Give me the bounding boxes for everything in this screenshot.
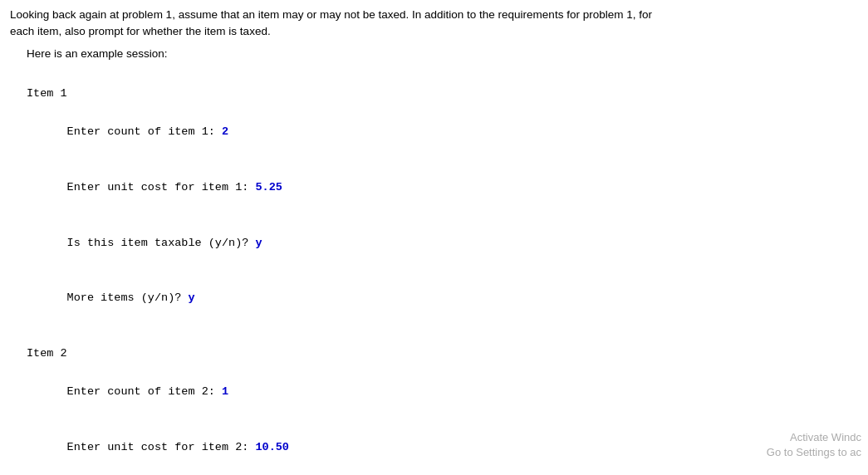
item1-taxable-prompt: Is this item taxable (y/n)? <box>67 237 256 249</box>
item1-cost-prompt: Enter unit cost for item 1: <box>67 181 256 193</box>
intro-line2: each item, also prompt for whether the i… <box>10 25 271 37</box>
watermark: Activate Windc Go to Settings to ac <box>767 430 861 460</box>
watermark-line1: Activate Windc <box>767 430 861 445</box>
main-content: Looking back again at problem 1, assume … <box>0 0 868 475</box>
item2-count-prompt: Enter count of item 2: <box>67 385 222 398</box>
item2-cost-prompt: Enter unit cost for item 2: <box>67 441 256 453</box>
item1-more-prompt: More items (y/n)? <box>67 291 189 304</box>
session-block: Item 1 Enter count of item 1: 2 Enter un… <box>27 66 858 476</box>
item2-count-value: 1 <box>222 385 228 398</box>
watermark-line2: Go to Settings to ac <box>767 445 861 460</box>
item1-count-prompt: Enter count of item 1: <box>67 125 222 138</box>
item1-cost-value: 5.25 <box>255 181 282 193</box>
item2-cost-line: Enter unit cost for item 2: 10.50 <box>27 420 858 475</box>
intro-paragraph: Looking back again at problem 1, assume … <box>10 7 858 41</box>
item1-taxable-value: y <box>255 237 262 249</box>
item2-cost-value: 10.50 <box>255 441 289 453</box>
item2-header: Item 2 <box>27 345 858 363</box>
example-label: Here is an example session: <box>27 47 858 60</box>
item2-count-line: Enter count of item 2: 1 <box>27 365 858 420</box>
item1-more-line: More items (y/n)? y <box>27 271 858 326</box>
item1-more-value: y <box>188 291 194 304</box>
item1-taxable-line: Is this item taxable (y/n)? y <box>27 215 858 271</box>
item1-cost-line: Enter unit cost for item 1: 5.25 <box>27 160 858 216</box>
item1-header: Item 1 <box>27 85 858 103</box>
intro-line1: Looking back again at problem 1, assume … <box>10 8 652 21</box>
item1-count-value: 2 <box>222 125 228 138</box>
item1-count-line: Enter count of item 1: 2 <box>27 105 858 160</box>
